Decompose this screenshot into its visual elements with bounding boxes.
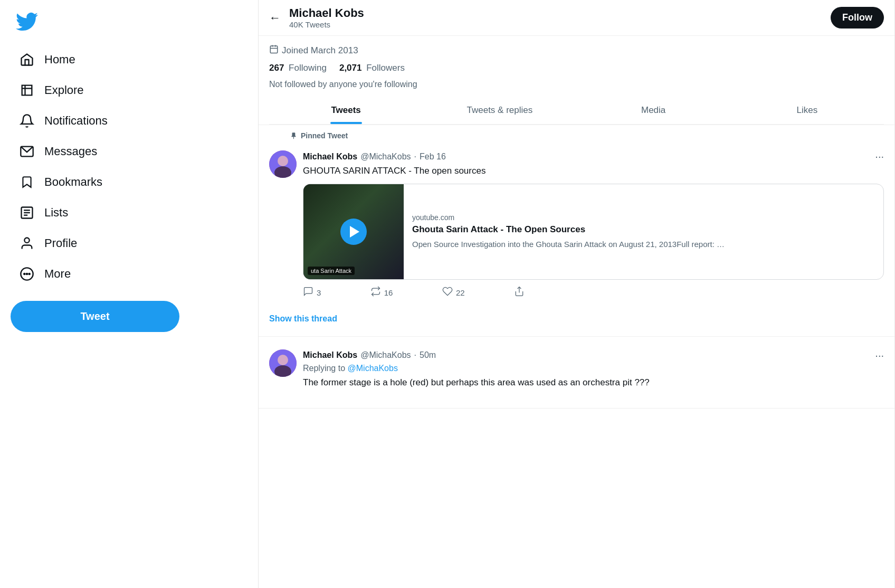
mutual-text: Not followed by anyone you're following [269, 80, 884, 89]
replying-to: Replying to @MichaKobs [303, 364, 884, 373]
tweet-more-button[interactable]: ··· [875, 150, 884, 163]
media-info: youtube.com Ghouta Sarin Attack - The Op… [404, 184, 733, 279]
tweet-text: GHOUTA SARIN ATTACK - The open sources [303, 165, 884, 177]
tab-tweets[interactable]: Tweets [269, 97, 423, 124]
media-thumb-label: uta Sarin Attack [308, 267, 355, 275]
sidebar-item-messages[interactable]: Messages [11, 137, 116, 166]
retweet-icon [370, 286, 381, 299]
bookmarks-icon [19, 174, 35, 190]
tweet-button[interactable]: Tweet [11, 301, 179, 332]
svg-point-9 [24, 273, 25, 274]
sidebar-item-more[interactable]: More [11, 260, 116, 288]
back-button[interactable]: ← [269, 11, 281, 25]
home-icon [19, 52, 35, 68]
sidebar-item-lists-label: Lists [44, 206, 68, 220]
pinned-label-text: Pinned Tweet [301, 131, 348, 140]
header-name-block: Michael Kobs 40K Tweets [289, 6, 364, 29]
joined-text: Joined March 2013 [282, 45, 358, 56]
tweet-body: Michael Kobs @MichaKobs · Feb 16 ··· GHO… [303, 150, 884, 304]
second-tweet-meta-left: Michael Kobs @MichaKobs · 50m [303, 350, 436, 360]
tweet-date: Feb 16 [420, 152, 446, 162]
media-description: Open Source Investigation into the Ghout… [412, 239, 725, 250]
following-stat[interactable]: 267 Following [269, 63, 327, 73]
tweet-actions: 3 16 22 [303, 286, 525, 299]
explore-icon [19, 82, 35, 98]
sidebar-item-bookmarks-label: Bookmarks [44, 175, 102, 189]
reply-action[interactable]: 3 [303, 286, 321, 299]
second-tweet-avatar [269, 349, 297, 377]
more-icon [19, 266, 35, 282]
tweet-meta: Michael Kobs @MichaKobs · Feb 16 ··· [303, 150, 884, 163]
sidebar-item-notifications-label: Notifications [44, 114, 108, 128]
sidebar-item-more-label: More [44, 267, 71, 281]
tweet-meta-left: Michael Kobs @MichaKobs · Feb 16 [303, 152, 446, 162]
tab-media[interactable]: Media [577, 97, 730, 124]
header-tweets-count: 40K Tweets [289, 20, 364, 29]
pinned-tweet-row: Michael Kobs @MichaKobs · Feb 16 ··· GHO… [259, 144, 894, 310]
svg-point-11 [29, 273, 30, 274]
header-name: Michael Kobs [289, 6, 364, 20]
avatar [269, 150, 297, 178]
sidebar-item-explore[interactable]: Explore [11, 76, 116, 105]
media-title: Ghouta Sarin Attack - The Open Sources [412, 224, 725, 235]
second-tweet-body: Michael Kobs @MichaKobs · 50m ··· Replyi… [303, 349, 884, 395]
svg-point-17 [278, 156, 288, 166]
share-action[interactable] [514, 286, 525, 299]
tweet-dot: · [414, 152, 416, 162]
share-icon [514, 286, 525, 299]
main-content: ← Michael Kobs 40K Tweets Follow Joined … [259, 0, 895, 588]
sidebar-item-notifications[interactable]: Notifications [11, 107, 116, 135]
second-tweet-date: 50m [420, 350, 436, 360]
sidebar-item-home[interactable]: Home [11, 45, 116, 74]
profile-info: Joined March 2013 267 Following 2,071 Fo… [259, 36, 894, 125]
second-tweet-author: Michael Kobs [303, 350, 357, 360]
reply-count: 3 [317, 288, 321, 297]
sidebar-item-lists[interactable]: Lists [11, 198, 116, 227]
second-tweet-meta: Michael Kobs @MichaKobs · 50m ··· [303, 349, 884, 362]
tweet-handle: @MichaKobs [360, 152, 411, 162]
sidebar: Home Explore Notifications Messages [0, 0, 259, 588]
tab-likes[interactable]: Likes [730, 97, 884, 124]
sidebar-item-messages-label: Messages [44, 145, 97, 158]
second-tweet-text: The former stage is a hole (red) but per… [303, 376, 884, 389]
profile-icon [19, 235, 35, 251]
media-card[interactable]: uta Sarin Attack youtube.com Ghouta Sari… [303, 184, 884, 280]
follow-button[interactable]: Follow [831, 7, 884, 29]
retweet-count: 16 [384, 288, 393, 297]
pinned-label: Pinned Tweet [259, 131, 894, 144]
svg-rect-12 [270, 46, 278, 53]
retweet-action[interactable]: 16 [370, 286, 393, 299]
play-button[interactable] [340, 219, 367, 245]
second-tweet-handle: @MichaKobs [360, 350, 411, 360]
calendar-icon [269, 44, 279, 56]
like-icon [442, 286, 453, 299]
media-source: youtube.com [412, 213, 725, 222]
like-action[interactable]: 22 [442, 286, 465, 299]
following-count: 267 [269, 63, 284, 73]
second-tweet-more-button[interactable]: ··· [875, 349, 884, 362]
sidebar-item-profile[interactable]: Profile [11, 229, 116, 258]
twitter-logo[interactable] [16, 11, 38, 35]
sidebar-item-home-label: Home [44, 53, 75, 67]
svg-point-10 [26, 273, 27, 274]
stats-row: 267 Following 2,071 Followers [269, 63, 884, 73]
show-thread-link[interactable]: Show this thread [259, 310, 894, 330]
followers-label: Followers [366, 63, 405, 73]
pinned-tweet-section: Pinned Tweet Michael Kobs @MichaKobs · F… [259, 125, 894, 337]
following-label: Following [289, 63, 327, 73]
profile-tabs: Tweets Tweets & replies Media Likes [269, 97, 884, 125]
like-count: 22 [456, 288, 465, 297]
svg-point-7 [24, 238, 29, 243]
second-tweet-row: Michael Kobs @MichaKobs · 50m ··· Replyi… [259, 343, 894, 402]
svg-point-21 [278, 355, 288, 365]
messages-icon [19, 144, 35, 159]
lists-icon [19, 205, 35, 221]
second-tweet-section: Michael Kobs @MichaKobs · 50m ··· Replyi… [259, 337, 894, 409]
second-tweet-dot: · [414, 350, 416, 360]
followers-stat[interactable]: 2,071 Followers [339, 63, 405, 73]
replying-to-link[interactable]: @MichaKobs [348, 364, 398, 373]
sidebar-item-explore-label: Explore [44, 83, 84, 97]
sidebar-item-bookmarks[interactable]: Bookmarks [11, 168, 116, 196]
tweet-author: Michael Kobs [303, 152, 357, 162]
tab-replies[interactable]: Tweets & replies [423, 97, 576, 124]
